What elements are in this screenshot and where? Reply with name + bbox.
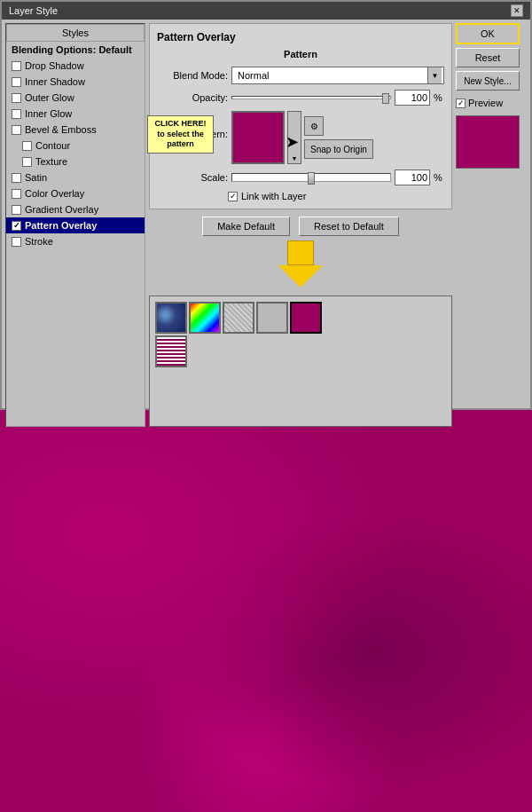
sidebar-item-drop-shadow[interactable]: Drop Shadow — [6, 58, 145, 74]
right-panel: OK Reset New Style... Preview — [456, 23, 527, 427]
background-texture — [0, 410, 532, 812]
color-overlay-label: Color Overlay — [25, 188, 84, 199]
blending-label: Blending Options: Default — [12, 44, 132, 55]
color-overlay-checkbox[interactable] — [12, 189, 21, 199]
opacity-input[interactable] — [395, 90, 430, 106]
texture-label: Texture — [35, 156, 67, 167]
pattern-swatch-light-gray[interactable] — [256, 302, 288, 334]
styles-header[interactable]: Styles — [6, 24, 145, 42]
dialog-titlebar: Layer Style ✕ — [2, 2, 530, 20]
tooltip-container: ➤ CLICK HERE! to select the pattern — [231, 111, 285, 164]
satin-label: Satin — [25, 172, 47, 183]
pattern-picker-grid — [155, 302, 446, 367]
pattern-select-arrow-icon: ➤ — [286, 132, 299, 152]
pattern-overlay-label: Pattern Overlay — [25, 220, 97, 231]
opacity-row: Opacity: % — [157, 90, 444, 106]
sidebar-item-contour[interactable]: Contour — [6, 138, 145, 154]
sidebar-item-pattern-overlay[interactable]: Pattern Overlay — [6, 217, 145, 233]
make-default-button[interactable]: Make Default — [202, 217, 290, 236]
pattern-picker-empty-area — [155, 367, 446, 421]
pattern-picker-dropdown[interactable] — [149, 296, 452, 427]
opacity-slider-container: % — [231, 90, 444, 106]
annotation-tooltip: CLICK HERE! to select the pattern — [147, 115, 214, 154]
dialog-title: Layer Style — [9, 5, 58, 16]
tooltip-line3: pattern — [167, 139, 194, 148]
blend-mode-arrow-icon: ▼ — [427, 67, 442, 83]
reset-button[interactable]: Reset — [456, 48, 520, 67]
opacity-slider-thumb[interactable] — [382, 93, 389, 104]
sidebar-item-texture[interactable]: Texture — [6, 154, 145, 169]
tooltip-line1: CLICK HERE! — [155, 119, 207, 128]
contour-label: Contour — [35, 140, 70, 151]
pattern-swatch-rainbow[interactable] — [189, 302, 221, 334]
reset-to-default-button[interactable]: Reset to Default — [299, 217, 399, 236]
sidebar-item-bevel-emboss[interactable]: Bevel & Emboss — [6, 122, 145, 138]
preview-checkbox[interactable] — [456, 99, 466, 108]
drop-shadow-checkbox[interactable] — [12, 61, 21, 71]
gradient-overlay-label: Gradient Overlay — [25, 204, 98, 215]
panel-subtitle: Pattern — [157, 49, 444, 59]
scale-percent: % — [434, 172, 444, 183]
blend-mode-value: Normal — [234, 70, 427, 81]
new-style-button[interactable]: New Style... — [456, 71, 520, 91]
pattern-options-button[interactable]: ⚙ — [304, 116, 324, 136]
action-buttons-row: Make Default Reset to Default — [149, 217, 452, 236]
pattern-row-2 — [155, 335, 446, 367]
sidebar-item-satin[interactable]: Satin — [6, 169, 145, 185]
pattern-overlay-settings: Pattern Overlay Pattern Blend Mode: Norm… — [149, 23, 452, 209]
inner-shadow-checkbox[interactable] — [12, 77, 21, 87]
opacity-percent: % — [434, 92, 444, 103]
stroke-label: Stroke — [25, 236, 53, 247]
inner-shadow-label: Inner Shadow — [25, 76, 85, 87]
sidebar-item-stroke[interactable]: Stroke — [6, 233, 145, 249]
texture-checkbox[interactable] — [22, 157, 32, 167]
scale-slider-thumb[interactable] — [308, 172, 315, 185]
scale-slider-container: % — [231, 169, 444, 185]
inner-glow-label: Inner Glow — [25, 108, 72, 119]
close-button[interactable]: ✕ — [511, 4, 523, 17]
tooltip-line2: to select the — [157, 130, 204, 138]
satin-checkbox[interactable] — [12, 173, 21, 183]
middle-panel: Pattern Overlay Pattern Blend Mode: Norm… — [149, 23, 452, 427]
link-with-layer-checkbox[interactable] — [228, 192, 238, 201]
scale-row: Scale: % — [157, 169, 444, 185]
gradient-overlay-checkbox[interactable] — [12, 205, 21, 215]
sidebar-item-blending[interactable]: Blending Options: Default — [6, 42, 145, 58]
pattern-swatch-stripe[interactable] — [155, 335, 187, 367]
pattern-controls: ➤ CLICK HERE! to select the pattern ▼ ⚙ — [231, 111, 373, 164]
link-with-layer-row: Link with Layer — [157, 191, 444, 201]
bevel-emboss-checkbox[interactable] — [12, 125, 21, 135]
link-with-layer-label: Link with Layer — [241, 191, 306, 201]
pattern-swatch-magenta[interactable] — [290, 302, 322, 334]
ok-button[interactable]: OK — [456, 23, 520, 44]
pattern-row: Pattern: ➤ CLICK HERE! to select the — [157, 111, 444, 164]
blend-mode-row: Blend Mode: Normal ▼ — [157, 67, 444, 84]
snap-to-origin-button[interactable]: Snap to Origin — [304, 139, 373, 159]
blend-mode-select[interactable]: Normal ▼ — [231, 67, 444, 84]
preview-box — [456, 115, 520, 169]
layer-style-dialog: Layer Style ✕ Styles Blending Options: D… — [0, 0, 532, 410]
drop-shadow-label: Drop Shadow — [25, 60, 84, 71]
outer-glow-label: Outer Glow — [25, 92, 74, 103]
sidebar-item-inner-glow[interactable]: Inner Glow — [6, 106, 145, 122]
opacity-label: Opacity: — [157, 92, 228, 103]
scale-input[interactable] — [395, 169, 430, 185]
inner-glow-checkbox[interactable] — [12, 109, 21, 119]
sidebar-item-outer-glow[interactable]: Outer Glow — [6, 90, 145, 106]
opacity-slider[interactable] — [231, 96, 391, 99]
arrow-head — [278, 265, 323, 288]
outer-glow-checkbox[interactable] — [12, 93, 21, 103]
pattern-swatch-gray-texture[interactable] — [223, 302, 254, 334]
sidebar-item-gradient-overlay[interactable]: Gradient Overlay — [6, 201, 145, 217]
preview-label-text: Preview — [468, 98, 503, 108]
panel-section-title: Pattern Overlay — [157, 31, 444, 43]
pattern-preview[interactable]: ➤ — [231, 111, 285, 164]
sidebar-item-color-overlay[interactable]: Color Overlay — [6, 185, 145, 201]
pattern-swatch-blue[interactable] — [155, 302, 187, 334]
scale-label: Scale: — [157, 172, 228, 183]
pattern-overlay-checkbox[interactable] — [12, 221, 21, 231]
stroke-checkbox[interactable] — [12, 237, 21, 247]
sidebar-item-inner-shadow[interactable]: Inner Shadow — [6, 74, 145, 90]
contour-checkbox[interactable] — [22, 141, 32, 151]
scale-slider[interactable] — [231, 173, 391, 182]
